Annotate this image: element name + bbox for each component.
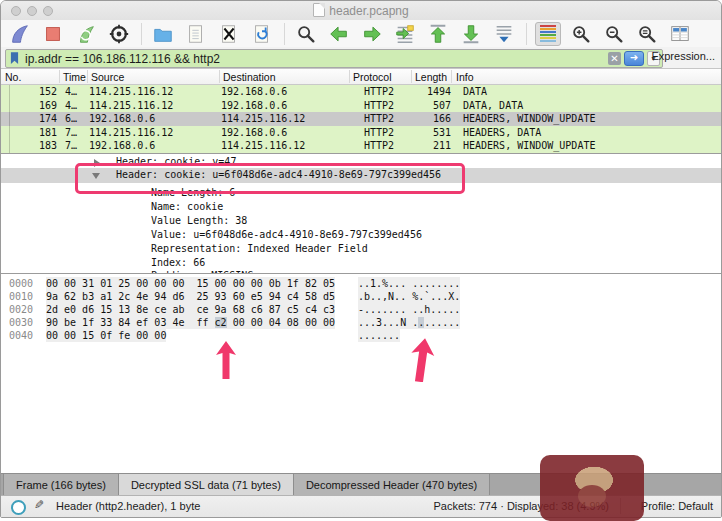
- go-to-bottom-icon[interactable]: [458, 22, 484, 46]
- expand-down-icon[interactable]: [92, 173, 100, 179]
- column-source[interactable]: Source: [91, 71, 124, 83]
- detail-row-value-length[interactable]: Value Length: 38: [1, 214, 721, 228]
- toolbar-separator: [284, 23, 285, 45]
- packet-list-header: No. Time Source Destination Protocol Len…: [1, 69, 721, 85]
- main-toolbar: [1, 20, 721, 47]
- profile-status[interactable]: Profile: Default: [641, 500, 713, 512]
- column-destination[interactable]: Destination: [223, 71, 276, 83]
- packet-row[interactable]: 1817…114.215.116.12192.168.0.6HTTP2531HE…: [1, 126, 721, 140]
- zoom-in-icon[interactable]: [568, 22, 594, 46]
- go-to-packet-icon[interactable]: [392, 22, 418, 46]
- tab-frame[interactable]: Frame (166 bytes): [3, 474, 119, 495]
- wireshark-start-capture-icon[interactable]: [7, 22, 33, 46]
- packet-counts-status: Packets: 774 · Displayed: 38 (4.9%): [434, 500, 609, 512]
- status-bar: ✎ Header (http2.header), 1 byte Packets:…: [1, 495, 721, 517]
- expression-button[interactable]: Expression...: [651, 50, 715, 62]
- packet-row[interactable]: 1524…114.215.116.12192.168.0.6HTTP21494D…: [1, 85, 721, 99]
- expert-info-icon[interactable]: [11, 500, 26, 515]
- no-column-gutter: [9, 85, 10, 153]
- save-file-icon[interactable]: [183, 22, 209, 46]
- byte-view-tabstrip: Frame (166 bytes) Decrypted SSL data (71…: [1, 473, 721, 495]
- detail-row-name[interactable]: Name: cookie: [1, 200, 721, 214]
- detail-row-header-cookie-v47[interactable]: Header: cookie: v=47: [1, 155, 721, 169]
- window-title-wrap: header.pcapng: [1, 3, 721, 18]
- wireshark-window: header.pcapng ip.addr == 106.1: [0, 0, 722, 518]
- find-packet-icon[interactable]: [293, 22, 319, 46]
- packet-row[interactable]: 1837…192.168.0.6114.215.116.12HTTP2211HE…: [1, 139, 721, 153]
- document-icon: [313, 3, 325, 17]
- go-forward-icon[interactable]: [359, 22, 385, 46]
- expand-right-icon[interactable]: [94, 159, 100, 167]
- open-file-icon[interactable]: [150, 22, 176, 46]
- packet-details-pane: Header: cookie: v=47 Header: cookie: u=6…: [1, 153, 721, 273]
- packet-row[interactable]: 1694…114.215.116.12192.168.0.6HTTP2507DA…: [1, 99, 721, 113]
- column-time[interactable]: Time: [63, 71, 86, 83]
- packet-row-selected[interactable]: 1746…192.168.0.6114.215.116.12HTTP2166HE…: [1, 112, 721, 126]
- selected-field-status: Header (http2.header), 1 byte: [56, 500, 200, 512]
- packet-bytes-pane: 000000 00 31 01 25 00 00 00 15 00 00 00 …: [1, 273, 721, 473]
- reload-file-icon[interactable]: [249, 22, 275, 46]
- detail-row-representation[interactable]: Representation: Indexed Header Field: [1, 242, 721, 256]
- column-no[interactable]: No.: [5, 71, 21, 83]
- close-file-icon[interactable]: [216, 22, 242, 46]
- restart-capture-icon[interactable]: [73, 22, 99, 46]
- filter-apply-icon[interactable]: ➜: [624, 51, 644, 66]
- display-filter-value[interactable]: ip.addr == 106.186.112.116 && http2: [25, 52, 608, 66]
- go-to-top-icon[interactable]: [425, 22, 451, 46]
- stop-capture-icon[interactable]: [40, 22, 66, 46]
- toolbar-separator: [526, 23, 527, 45]
- capture-comment-pencil-icon[interactable]: ✎: [34, 498, 44, 512]
- colorize-bars: [540, 25, 556, 42]
- tab-decrypted-ssl-data[interactable]: Decrypted SSL data (71 bytes): [119, 474, 294, 495]
- filter-bar: ip.addr == 106.186.112.116 && http2 ✕ ➜ …: [1, 47, 721, 69]
- detail-row-header-cookie-u-selected[interactable]: Header: cookie: u=6f048d6e-adc4-4910-8e6…: [1, 168, 721, 183]
- statusbar-separator: [620, 498, 621, 514]
- selected-byte: c2: [215, 317, 227, 328]
- zoom-reset-icon[interactable]: [634, 22, 660, 46]
- auto-scroll-icon[interactable]: [491, 22, 517, 46]
- display-filter-input[interactable]: ip.addr == 106.186.112.116 && http2 ✕ ➜ …: [5, 49, 663, 68]
- resize-columns-icon[interactable]: [667, 22, 693, 46]
- tab-decompressed-header[interactable]: Decompressed Header (470 bytes): [294, 474, 490, 495]
- colorize-packets-icon[interactable]: [535, 22, 561, 46]
- filter-clear-icon[interactable]: ✕: [608, 52, 621, 65]
- go-back-icon[interactable]: [326, 22, 352, 46]
- toolbar-separator: [141, 23, 142, 45]
- zoom-out-icon[interactable]: [601, 22, 627, 46]
- column-protocol[interactable]: Protocol: [353, 71, 392, 83]
- detail-row-index[interactable]: Index: 66: [1, 256, 721, 270]
- capture-options-icon[interactable]: [106, 22, 132, 46]
- filter-bookmark-icon[interactable]: [10, 52, 19, 65]
- column-info[interactable]: Info: [456, 71, 474, 83]
- column-length[interactable]: Length: [415, 71, 447, 83]
- detail-row-value[interactable]: Value: u=6f048d6e-adc4-4910-8e69-797c399…: [1, 228, 721, 242]
- title-bar: header.pcapng: [1, 1, 721, 20]
- detail-row-name-length[interactable]: Name Length: 6: [1, 186, 721, 200]
- window-title: header.pcapng: [329, 4, 408, 18]
